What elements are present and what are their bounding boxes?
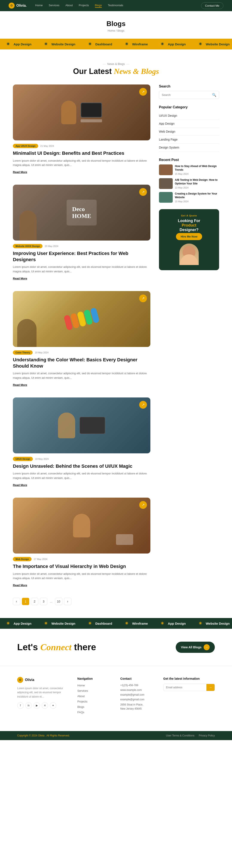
terms-link[interactable]: User Terms & Conditions [166,734,195,737]
category-item-1[interactable]: UI/UX Design [159,112,219,120]
footer-nav-faqs[interactable]: FAQs [77,711,112,714]
ticker-inner: ✳ App Design ✳ Website Design ✳ Dashboar… [0,42,232,46]
prev-page-btn[interactable]: ‹ [13,598,20,605]
email-subscribe-input[interactable] [163,684,206,691]
section-label: News & Blogs [13,62,219,66]
recent-post-title-1: How to Stay Ahead of Web Design Trends [175,164,219,172]
breadcrumb-home[interactable]: Home [108,29,115,32]
ticker-item-5: ✳ App Design [154,42,192,46]
footer-nav-col: Navigation Home Services About Projects … [77,677,112,716]
page-btn-2[interactable]: 2 [31,598,38,605]
read-more-4[interactable]: Read More [13,484,27,487]
recent-post-info-1: How to Stay Ahead of Web Design Trends 1… [175,164,219,175]
nav-services[interactable]: Services [49,4,60,8]
bottom-ticker: ✳ App Design ✳ Website Design ✳ Dashboar… [0,618,232,629]
footer-email-2: example@gmail.com [120,698,155,701]
bottom-ticker-item-3: ✳ Dashboard [82,621,119,626]
cta-card: Get A Quote Looking For Product Designer… [159,209,219,270]
nav-links: Home Services About Projects Blogs Testi… [35,4,201,8]
sidebar: Search 🔍 Popular Category UI/UX Design A… [159,85,219,270]
footer-brand-name: Olivia [25,678,34,682]
blog-title-5: The Importance of Visual Hierarchy in We… [13,563,151,570]
blog-image-4: ↗ [13,398,151,453]
recent-post-date-1: 15 May 2024 [175,173,219,175]
blog-tag-2[interactable]: Website UI/UX Design [13,244,42,248]
recent-post-2[interactable]: A/B Testing in Web Design: How to Optimi… [159,178,219,189]
youtube-icon[interactable]: ▶ [34,702,40,709]
view-all-label: View All Blogs [181,646,201,649]
bottom-star-1: ✳ [6,621,10,626]
search-icon[interactable]: 🔍 [212,93,216,97]
hire-me-button[interactable]: Hire Me Now [176,233,202,240]
blog-meta-2: Website UI/UX Design 20 May 2024 [13,244,151,248]
page-btn-3[interactable]: 3 [40,598,47,605]
category-item-3[interactable]: Web Design [159,128,219,136]
footer-nav-about[interactable]: About [77,694,112,698]
ticker-item-4: ✳ Wireframe [119,42,154,46]
recent-post-title-3: Creating a Design System for Your Websit… [175,192,219,199]
cta-get-quote: Get A Quote [163,214,215,217]
connect-section: Let's Connect there View All Blogs → [0,629,232,666]
privacy-link[interactable]: Privacy Policy [199,734,215,737]
contact-button[interactable]: Contact Me [201,2,223,9]
bottom-star-3: ✳ [88,621,92,626]
blog-tag-1[interactable]: App UI/UX Design [13,144,38,148]
footer-nav-home[interactable]: Home [77,684,112,687]
category-item-2[interactable]: App Design [159,120,219,128]
star-icon-5: ✳ [161,42,164,46]
nav-blogs[interactable]: Blogs [95,4,102,8]
email-subscribe-form: → [163,684,215,691]
blog-card-4: ↗ UI/UX Design 18 May 2024 Design Unrave… [13,398,151,487]
bottom-ticker-item-4: ✳ Wireframe [119,621,154,626]
nav-home[interactable]: Home [35,4,43,8]
footer-email-1: example@gmail.com [120,693,155,696]
footer-bottom: Copyright © 2024 Olivia . All Rights Res… [0,731,232,740]
next-page-btn[interactable]: › [64,598,71,605]
blog-desc-5: Lorem ipsum dolor sit amet, consectetur … [13,572,151,581]
page-btn-1[interactable]: 1 [22,598,29,605]
recent-post-1[interactable]: How to Stay Ahead of Web Design Trends 1… [159,164,219,175]
recent-post-img-2 [159,178,173,189]
recent-post-3[interactable]: Creating a Design System for Your Websit… [159,192,219,203]
category-item-4[interactable]: Landing Page [159,136,219,144]
footer-nav-blogs[interactable]: Blogs [77,705,112,709]
instagram-icon[interactable]: ✦ [50,702,56,709]
read-more-2[interactable]: Read More [13,277,27,280]
nav-about[interactable]: About [66,4,73,8]
footer-nav-projects[interactable]: Projects [77,700,112,703]
blog-list: ↗ App UI/UX Design 21 May 2024 Minimalis… [13,85,151,610]
nav-projects[interactable]: Projects [79,4,89,8]
star-icon-1: ✳ [6,42,10,46]
search-input[interactable] [162,93,210,96]
section-title: Our Latest News & Blogs [13,67,219,76]
blog-tag-5[interactable]: Web Design [13,557,32,561]
blog-date-4: 18 May 2024 [35,458,49,460]
blog-title-4: Design Unraveled: Behind the Scenes of U… [13,463,151,469]
linkedin-icon[interactable]: in [25,702,32,709]
recent-post-section: Recent Post How to Stay Ahead of Web Des… [159,158,219,203]
read-more-3[interactable]: Read More [13,383,27,386]
blog-desc-1: Lorem ipsum dolor sit amet, consectetur … [13,159,151,168]
ticker-top: ✳ App Design ✳ Website Design ✳ Dashboar… [0,39,232,50]
facebook-icon[interactable]: f [17,702,24,709]
blog-tag-3[interactable]: Color Theory [13,350,33,355]
search-box[interactable]: 🔍 [159,91,219,99]
read-more-1[interactable]: Read More [13,170,27,174]
twitter-icon[interactable]: ✕ [42,702,48,709]
read-more-5[interactable]: Read More [13,584,27,587]
blog-tag-4[interactable]: UI/UX Design [13,457,33,461]
nav-logo[interactable]: O Olivia. [9,3,27,9]
page-header: Blogs Home / Blogs [0,11,232,39]
footer-nav-services[interactable]: Services [77,689,112,692]
category-item-5[interactable]: Design System [159,144,219,152]
blog-title-1: Minimalist UI Design: Benefits and Best … [13,150,151,156]
nav-testimonials[interactable]: Testimonials [108,4,123,8]
email-submit-button[interactable]: → [206,684,214,691]
ticker-item-2: ✳ Website Design [38,42,81,46]
blog-meta-1: App UI/UX Design 21 May 2024 [13,144,151,148]
footer-address: 2656 Sloat in Place, New Jersey 45645 [120,703,155,711]
view-all-blogs-button[interactable]: View All Blogs → [176,642,215,653]
bottom-star-4: ✳ [125,621,128,626]
page-btn-10[interactable]: 10 [55,598,62,605]
footer-socials: f in ▶ ✕ ✦ [17,702,69,709]
